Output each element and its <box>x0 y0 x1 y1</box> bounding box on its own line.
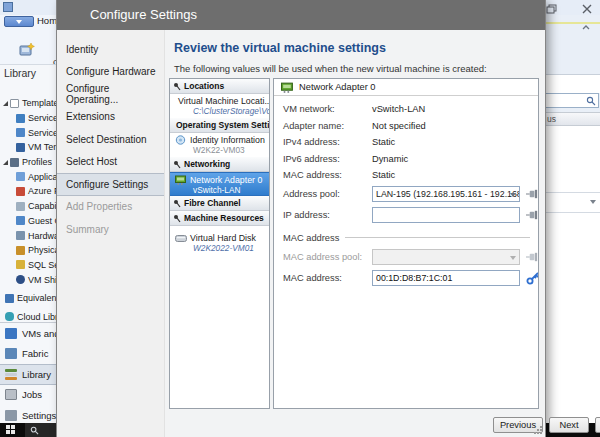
wizard-step-add-properties: Add Properties <box>57 196 164 219</box>
mac-address-pool-select <box>372 249 520 265</box>
wizard-step-select-host[interactable]: Select Host <box>57 151 164 174</box>
network-adapter-details-panel: Network Adapter 0 VM network: vSwitch-LA… <box>273 78 539 409</box>
search-input[interactable] <box>545 93 599 108</box>
tree-group-networking[interactable]: Networking <box>170 157 269 172</box>
start-button[interactable] <box>6 425 16 435</box>
library-tree-item-service-deployment[interactable]: Service De <box>0 111 57 126</box>
details-header: Network Adapter 0 <box>274 79 538 96</box>
chevron-down-icon <box>510 256 516 260</box>
field-ipv6-address: IPv6 address: Dynamic <box>274 151 538 168</box>
expander-icon[interactable] <box>3 160 8 165</box>
mac-section-label: MAC address <box>283 233 339 243</box>
jobs-icon <box>5 389 17 400</box>
library-tree-item-azure[interactable]: Azure Pro <box>0 184 57 199</box>
collapse-ribbon-icon[interactable] <box>581 16 591 34</box>
wizard-step-summary: Summary <box>57 218 164 241</box>
nav-fabric[interactable]: Fabric <box>0 344 57 365</box>
pin-icon <box>526 252 539 262</box>
wizard-step-extensions[interactable]: Extensions <box>57 106 164 129</box>
dialog-titlebar: Configure Settings <box>57 0 545 30</box>
resize-grip[interactable] <box>534 426 542 434</box>
pin-icon <box>173 214 181 223</box>
identity-information-icon <box>175 135 187 145</box>
details-header-label: Network Adapter 0 <box>299 82 375 92</box>
vm-shielding-icon <box>16 275 25 284</box>
taskbar-search-button[interactable] <box>25 423 57 437</box>
ribbon-menu-button[interactable] <box>4 16 34 27</box>
results-pane-toolbar <box>545 74 600 93</box>
key-icon[interactable] <box>526 271 539 285</box>
dialog-buttons: Previous Next Cancel <box>493 417 600 433</box>
section-divider <box>345 237 530 238</box>
address-pool-select[interactable]: LAN-195 (192.168.195.161 - 192.168.195 <box>372 186 520 202</box>
library-tree-item-service-templates[interactable]: Service Te <box>0 125 57 140</box>
capability-profile-icon <box>16 202 25 211</box>
library-tree-item-templates[interactable]: Templates <box>0 96 57 111</box>
tree-group-operating-system-settings[interactable]: Operating System Settings <box>170 118 269 133</box>
sql-server-profile-icon <box>16 260 25 269</box>
field-ipv4-address: IPv4 address: Static <box>274 134 538 151</box>
settings-tree-panel: Locations Virtual Machine Locati... C:\C… <box>169 78 270 409</box>
settings-icon <box>5 410 17 421</box>
tree-group-fibre-channel[interactable]: Fibre Channel <box>170 196 269 211</box>
tree-item-vm-location[interactable]: Virtual Machine Locati... C:\ClusterStor… <box>170 94 269 118</box>
application-profile-icon <box>16 172 25 181</box>
templates-icon <box>10 99 19 108</box>
field-ip-address: IP address: <box>274 205 538 226</box>
close-window-icon[interactable] <box>580 1 594 13</box>
background-results-pane: us <box>545 15 600 423</box>
chevron-down-icon <box>510 193 516 197</box>
library-tree-item-vm-shielding[interactable]: VM Shield <box>0 272 57 287</box>
mac-address-input[interactable] <box>372 270 520 286</box>
nav-jobs[interactable]: Jobs <box>0 385 57 406</box>
field-adapter-name: Adapter name: Not specified <box>274 118 538 135</box>
library-tree-item-application[interactable]: Applicatio <box>0 169 57 184</box>
cloud-libraries-icon <box>5 312 14 321</box>
chevron-down-icon[interactable] <box>590 200 596 204</box>
next-button[interactable]: Next <box>549 417 589 433</box>
wizard-step-configure-hardware[interactable]: Configure Hardware <box>57 61 164 84</box>
mac-address-section: MAC address <box>274 233 538 243</box>
field-mac-address-mode: MAC address: Static <box>274 167 538 184</box>
field-mac-address-pool: MAC address pool: <box>274 247 538 268</box>
tree-group-label: Locations <box>184 81 224 91</box>
wizard-step-select-destination[interactable]: Select Destination <box>57 128 164 151</box>
library-tree-item-hardware[interactable]: Hardware <box>0 228 57 243</box>
nav-library[interactable]: Library <box>0 364 57 385</box>
expander-icon[interactable] <box>3 101 8 106</box>
pin-icon <box>526 189 539 199</box>
workspace-nav: VMs and Se Fabric Library Jobs Settings <box>0 322 57 426</box>
tree-item-network-adapter-0[interactable]: Network Adapter 0 vSwitch-LAN <box>170 172 269 196</box>
tree-group-label: Networking <box>184 159 230 169</box>
library-tree-item-equivalent-objects[interactable]: Equivalent O <box>0 291 57 306</box>
tree-group-locations[interactable]: Locations <box>170 79 269 94</box>
wizard-step-configure-operating-system[interactable]: Configure Operating... <box>57 83 164 106</box>
page-subtitle: The following values will be used when t… <box>174 63 487 74</box>
library-tree-item-profiles[interactable]: Profiles <box>0 155 57 170</box>
app-icon <box>3 2 13 12</box>
screen: Create Virtual Machine C T Home Create L… <box>0 0 600 437</box>
field-mac-address: MAC address: <box>274 268 538 289</box>
library-tree-item-physical-computer[interactable]: Physical C <box>0 243 57 258</box>
profiles-icon <box>10 158 19 167</box>
restore-window-icon[interactable] <box>545 1 559 13</box>
cancel-button[interactable]: Cancel <box>595 417 600 433</box>
pin-icon <box>526 210 539 220</box>
ip-address-input[interactable] <box>372 207 520 223</box>
tree-group-label: Fibre Channel <box>184 198 241 208</box>
wizard-step-configure-settings[interactable]: Configure Settings <box>57 173 164 196</box>
library-icon <box>5 369 17 380</box>
tree-item-identity-information[interactable]: Identity Information W2K22-VM03 <box>170 133 269 157</box>
results-column-header[interactable]: us <box>545 112 600 126</box>
hardware-profile-icon <box>16 231 25 240</box>
tree-group-machine-resources[interactable]: Machine Resources <box>170 211 269 226</box>
tree-item-virtual-hard-disk[interactable]: Virtual Hard Disk W2K2022-VM01 <box>170 231 269 255</box>
library-tree-item-guest-os[interactable]: Guest OS <box>0 214 57 229</box>
nav-vms-and-services[interactable]: VMs and Se <box>0 323 57 344</box>
physical-computer-profile-icon <box>16 246 25 255</box>
library-tree-item-vm-templates[interactable]: VM Templ <box>0 140 57 155</box>
wizard-step-identity[interactable]: Identity <box>57 38 164 61</box>
ribbon-accent-line <box>545 22 600 24</box>
library-tree-item-capability[interactable]: Capability <box>0 199 57 214</box>
library-tree-item-sql-server[interactable]: SQL Serve <box>0 258 57 273</box>
